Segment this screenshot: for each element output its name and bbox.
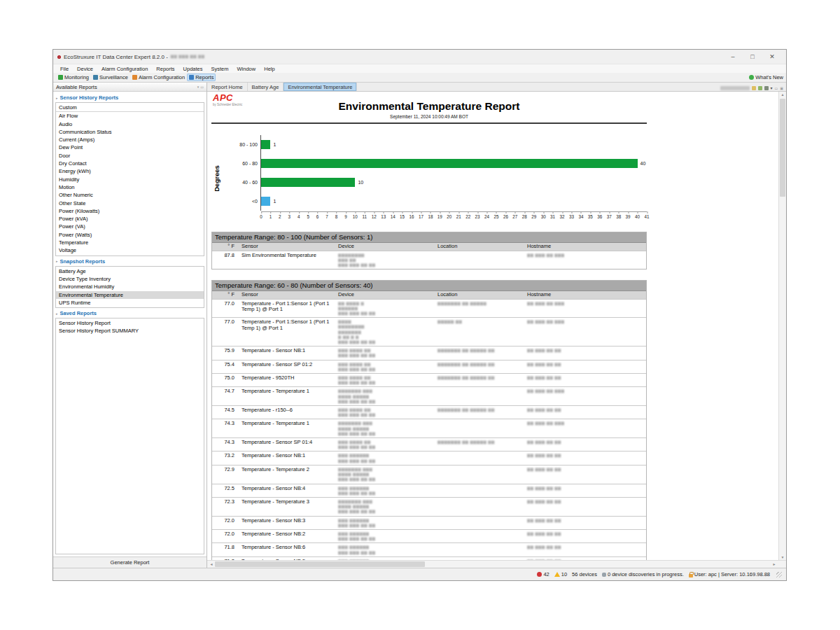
section-header-saved-reports[interactable]: ▸Saved Reports xyxy=(55,308,204,318)
report-item-dry-contact[interactable]: Dry Contact xyxy=(56,160,204,167)
report-item-power-watts[interactable]: Power (Watts) xyxy=(56,231,204,239)
export-report-icon[interactable] xyxy=(752,86,756,90)
toolbar-monitoring[interactable]: Monitoring xyxy=(56,74,91,81)
minimize-view-icon[interactable]: ▭ xyxy=(775,86,778,90)
column-header-sensor: Sensor xyxy=(240,292,337,298)
chart-category-label: 60 - 80 xyxy=(221,161,260,166)
menu-alarm-configuration[interactable]: Alarm Configuration xyxy=(97,66,152,72)
cell-temperature: 87.8 xyxy=(212,253,240,259)
ecostruxure-app-icon xyxy=(57,55,61,59)
report-item-other-state[interactable]: Other State xyxy=(56,200,204,207)
report-item-communication-status[interactable]: Communication Status xyxy=(56,128,204,136)
toolbar-surveillance[interactable]: Surveillance xyxy=(91,74,130,81)
column-header-f: ° F xyxy=(212,292,240,298)
report-item-sensor-history-report[interactable]: Sensor History Report xyxy=(56,319,204,327)
report-content-area: Report HomeBattery AgeEnvironmental Temp… xyxy=(207,83,786,568)
tab-report-home[interactable]: Report Home xyxy=(207,83,248,91)
report-item-power-kilowatts[interactable]: Power (Kilowatts) xyxy=(56,207,204,215)
hostname-redacted: ▆▆ ▆▆▆ ▆▆ ▆▆ xyxy=(527,362,646,367)
scroll-left-icon[interactable]: ◂ xyxy=(208,561,215,568)
cell-sensor: Temperature - 9520TH xyxy=(240,375,337,382)
warning-alarms-status[interactable]: 10 xyxy=(554,571,567,578)
maximize-button[interactable]: □ xyxy=(743,53,762,60)
report-item-humidity[interactable]: Humidity xyxy=(56,176,204,183)
menu-reports[interactable]: Reports xyxy=(152,66,178,72)
close-button[interactable]: ✕ xyxy=(762,53,782,60)
section-title: Saved Reports xyxy=(60,310,97,316)
x-tick-label: 37 xyxy=(607,214,612,219)
device-line-redacted: ▆▆▆ ▆▆▆ ▆▆ ▆▆ xyxy=(338,262,436,267)
horizontal-scroll-thumb[interactable] xyxy=(215,561,425,567)
report-item-power-kva[interactable]: Power (kVA) xyxy=(56,215,204,223)
menu-system[interactable]: System xyxy=(207,66,233,72)
report-item-ups-runtime[interactable]: UPS Runtime xyxy=(56,299,204,307)
scroll-right-icon[interactable]: ▸ xyxy=(771,561,778,568)
whats-new-link[interactable]: What's New xyxy=(749,74,783,80)
menu-device[interactable]: Device xyxy=(73,66,97,72)
vertical-scroll-thumb[interactable] xyxy=(780,99,785,197)
report-item-air-flow[interactable]: Air Flow xyxy=(56,112,204,120)
hostname-redacted: ▆▆ ▆▆▆ ▆▆ ▆▆ xyxy=(527,518,646,523)
scroll-up-icon[interactable]: ▲ xyxy=(779,92,786,97)
apc-logo-subtext: by Schneider Electric xyxy=(213,103,242,106)
device-line-redacted: ▆▆▆▆ ▆▆▆▆▆ xyxy=(338,394,436,399)
menu-updates[interactable]: Updates xyxy=(179,66,207,72)
toolbar-reports[interactable]: Reports xyxy=(187,74,216,81)
cell-sensor: Temperature - Sensor NB:6 xyxy=(240,545,337,551)
save-report-icon[interactable] xyxy=(758,86,762,90)
report-item-sensor-history-report-summary[interactable]: Sensor History Report SUMMARY xyxy=(56,327,204,335)
report-item-environmental-humidity[interactable]: Environmental Humidity xyxy=(56,283,204,290)
report-item-motion[interactable]: Motion xyxy=(56,183,204,191)
report-item-battery-age[interactable]: Battery Age xyxy=(56,267,204,275)
report-view-toolbar: ▾ ▭ ▣ xyxy=(718,86,786,91)
panel-menu-icon[interactable]: ▾ xyxy=(197,85,200,89)
report-item-audio[interactable]: Audio xyxy=(56,120,204,128)
device-count[interactable]: 56 devices xyxy=(572,571,597,578)
cell-location: ▆▆▆▆▆▆▆ ▆▆ ▆▆▆▆▆ ▆▆ xyxy=(436,348,526,353)
scroll-down-icon[interactable]: ▼ xyxy=(779,555,786,559)
cell-device: ▆▆▆ ▆▆▆▆ ▆▆▆▆▆ ▆▆▆ ▆▆ ▆▆ xyxy=(337,375,436,385)
report-item-temperature[interactable]: Temperature xyxy=(56,239,204,246)
cell-sensor: Temperature - Temperature 2 xyxy=(240,467,337,473)
menu-window[interactable]: Window xyxy=(233,66,260,72)
print-report-icon[interactable] xyxy=(764,86,769,90)
generate-report-button[interactable]: Generate Report xyxy=(53,557,206,568)
chart-bar-row: 60 - 8040 xyxy=(221,154,647,173)
discovery-status[interactable]: 0 device discoveries in progress. xyxy=(602,571,684,578)
page-navigation-redacted[interactable] xyxy=(720,86,750,90)
resize-grip[interactable] xyxy=(776,572,782,578)
horizontal-scrollbar[interactable]: ◂ ▸ xyxy=(207,560,786,568)
tab-battery-age[interactable]: Battery Age xyxy=(248,83,284,91)
x-tick-label: 0 xyxy=(260,214,262,219)
maximize-view-icon[interactable]: ▣ xyxy=(780,86,783,90)
device-line-redacted: ▆▆▆ ▆▆▆ ▆▆ ▆▆ xyxy=(338,509,436,514)
surveillance-icon xyxy=(93,75,98,80)
report-item-door[interactable]: Door xyxy=(56,152,204,160)
report-options-caret-icon[interactable]: ▾ xyxy=(771,86,773,90)
report-item-voltage[interactable]: Voltage xyxy=(56,246,204,254)
report-item-current-amps[interactable]: Current (Amps) xyxy=(56,136,204,144)
report-item-power-va[interactable]: Power (VA) xyxy=(56,223,204,230)
tab-environmental-temperature[interactable]: Environmental Temperature xyxy=(284,83,357,91)
table-row: 75.9Temperature - Sensor NB:1▆▆▆ ▆▆▆▆ ▆▆… xyxy=(212,346,646,359)
report-item-other-numeric[interactable]: Other Numeric xyxy=(56,191,204,199)
cell-location: ▆▆▆▆▆▆▆ ▆▆ ▆▆▆▆▆ ▆▆ xyxy=(436,375,526,380)
report-item-energy-kwh[interactable]: Energy (kWh) xyxy=(56,167,204,175)
chart-bar-row: <01 xyxy=(221,192,647,211)
location-redacted: ▆▆▆▆▆▆▆ ▆▆ ▆▆▆▆▆ ▆▆ xyxy=(438,440,526,444)
vertical-scrollbar[interactable]: ▲ ▼ xyxy=(778,92,786,560)
panel-minimize-icon[interactable]: ▭ xyxy=(200,85,204,89)
menu-help[interactable]: Help xyxy=(260,66,279,72)
report-item-device-type-inventory[interactable]: Device Type Inventory xyxy=(56,275,204,283)
critical-alarms-status[interactable]: 42 xyxy=(537,571,549,578)
report-item-custom[interactable]: Custom xyxy=(56,104,204,112)
toolbar-alarm-configuration[interactable]: Alarm Configuration xyxy=(130,74,187,81)
menu-file[interactable]: File xyxy=(56,66,73,72)
window-title-server-redacted: ▆▆ ▆▆▆ ▆▆ ▆▆ xyxy=(171,54,205,59)
section-header-snapshot-reports[interactable]: ▸Snapshot Reports xyxy=(55,256,204,266)
report-item-dew-point[interactable]: Dew Point xyxy=(56,144,204,151)
minimize-button[interactable]: – xyxy=(723,53,743,60)
report-item-environmental-temperature[interactable]: Environmental Temperature xyxy=(56,291,204,299)
section-header-sensor-history-reports[interactable]: ▸Sensor History Reports xyxy=(55,92,204,102)
x-tick-label: 36 xyxy=(597,214,602,219)
